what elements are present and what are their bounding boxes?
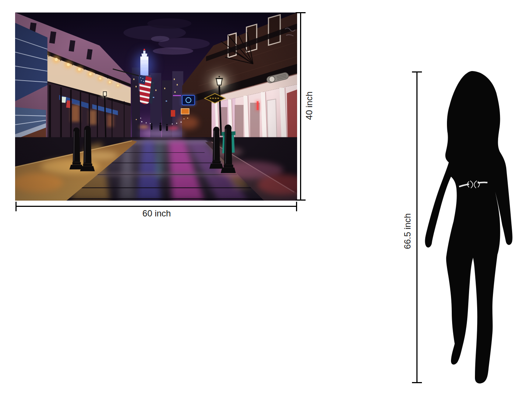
person-height-dimension-line xyxy=(416,72,418,383)
woman-silhouette-shape xyxy=(425,71,512,384)
person-height-label: 66.5 inch xyxy=(402,200,413,262)
size-comparison-figure: 40 inch 60 inch 66.5 inch xyxy=(0,0,532,399)
photo-width-label: 60 inch xyxy=(131,208,183,219)
bourbon-street-night-scene xyxy=(15,13,297,201)
photo-height-dimension-line xyxy=(300,13,301,201)
person-height-line-bottom-cap xyxy=(412,382,422,383)
photo-width-dimension-line xyxy=(16,206,297,207)
photo-width-line-left-cap xyxy=(15,202,17,211)
photo-height-line-top-cap xyxy=(296,12,306,13)
person-silhouette xyxy=(423,70,515,385)
person-height-line-top-cap xyxy=(412,71,422,73)
photo-height-label: 40 inch xyxy=(304,81,314,131)
photo-height-line-bottom-cap xyxy=(296,200,306,201)
product-photo xyxy=(15,13,297,201)
photo-width-line-right-cap xyxy=(296,202,297,211)
vignette-overlay xyxy=(15,13,297,201)
